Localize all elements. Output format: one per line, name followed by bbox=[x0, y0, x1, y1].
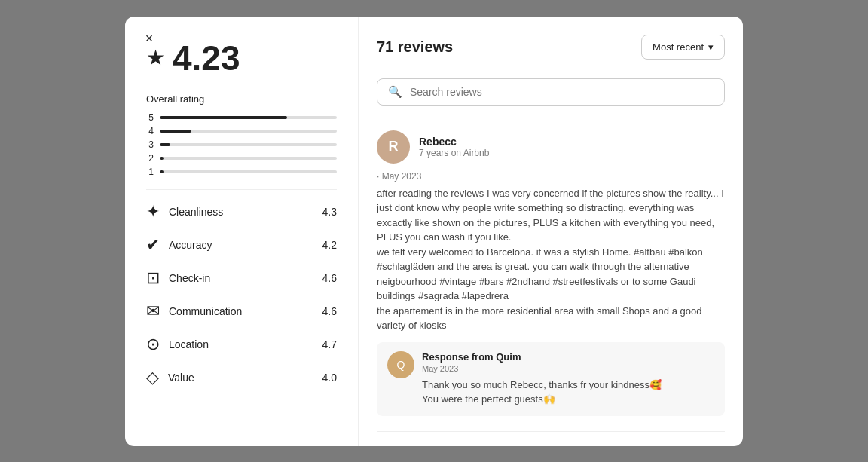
bar-track bbox=[160, 130, 337, 133]
review-text: after reading the reviews I was very con… bbox=[377, 186, 725, 333]
category-score: 4.6 bbox=[322, 305, 337, 317]
reviews-count: 71 reviews bbox=[377, 38, 453, 56]
category-icon: ⊙ bbox=[146, 335, 160, 354]
bar-fill bbox=[160, 116, 287, 119]
reviewer-info: Rebecc 7 years on Airbnb bbox=[419, 136, 489, 158]
category-value: ◇ Value 4.0 bbox=[146, 368, 337, 387]
category-score: 4.7 bbox=[322, 338, 337, 350]
review-item: R Rebecc 7 years on Airbnb · May 2023 af… bbox=[377, 115, 725, 432]
reviews-header: 71 reviews Most recent ▾ bbox=[359, 17, 743, 69]
reviewer-name: Rebecc bbox=[419, 136, 489, 148]
sort-button[interactable]: Most recent ▾ bbox=[641, 35, 725, 60]
search-wrapper: 🔍 bbox=[359, 69, 743, 115]
divider bbox=[146, 189, 337, 190]
review-date: · May 2023 bbox=[377, 171, 725, 182]
chevron-down-icon: ▾ bbox=[708, 41, 714, 53]
category-left: ⊡ Check-in bbox=[146, 268, 210, 288]
category-name: Check-in bbox=[169, 272, 210, 284]
category-icon: ◇ bbox=[146, 368, 159, 387]
category-score: 4.0 bbox=[322, 372, 337, 384]
category-icon: ✔ bbox=[146, 235, 160, 255]
category-communication: ✉ Communication 4.6 bbox=[146, 301, 337, 321]
bar-label: 4 bbox=[146, 126, 154, 136]
modal-overlay[interactable]: × ★ 4.23 Overall rating 5 4 3 bbox=[0, 0, 868, 462]
overall-rating: ★ 4.23 bbox=[146, 38, 337, 78]
search-icon: 🔍 bbox=[388, 85, 402, 99]
bar-fill bbox=[160, 130, 191, 133]
rating-bar-row: 5 bbox=[146, 112, 337, 123]
category-name: Location bbox=[169, 338, 209, 350]
bar-label: 5 bbox=[146, 112, 154, 123]
host-response: Q Response from Quim May 2023 Thank you … bbox=[377, 342, 725, 416]
bar-track bbox=[160, 170, 337, 173]
bar-track bbox=[160, 143, 337, 146]
host-avatar: Q bbox=[387, 351, 414, 378]
reviews-panel: 71 reviews Most recent ▾ 🔍 R bbox=[359, 17, 743, 446]
category-check-in: ⊡ Check-in 4.6 bbox=[146, 268, 337, 288]
category-cleanliness: ✦ Cleanliness 4.3 bbox=[146, 202, 337, 222]
category-left: ✔ Accuracy bbox=[146, 235, 212, 255]
response-date: May 2023 bbox=[422, 364, 714, 373]
category-score: 4.6 bbox=[322, 272, 337, 284]
category-left: ✦ Cleanliness bbox=[146, 202, 223, 222]
rating-bar-row: 4 bbox=[146, 126, 337, 136]
search-bar: 🔍 bbox=[377, 78, 725, 106]
close-button[interactable]: × bbox=[137, 27, 161, 51]
bar-label: 3 bbox=[146, 139, 154, 150]
category-name: Communication bbox=[169, 305, 242, 317]
rating-bar-row: 1 bbox=[146, 167, 337, 177]
reviews-list: R Rebecc 7 years on Airbnb · May 2023 af… bbox=[359, 115, 743, 446]
reviewer-avatar: R bbox=[377, 130, 410, 164]
rating-bar-row: 2 bbox=[146, 153, 337, 164]
category-location: ⊙ Location 4.7 bbox=[146, 335, 337, 354]
bar-fill bbox=[160, 157, 164, 160]
category-score: 4.3 bbox=[322, 206, 337, 218]
category-name: Accuracy bbox=[169, 239, 212, 251]
category-left: ✉ Communication bbox=[146, 301, 242, 321]
bar-label: 1 bbox=[146, 167, 154, 177]
reviewer-header: R Rebecc 7 years on Airbnb bbox=[377, 130, 725, 164]
response-from: Response from Quim bbox=[422, 351, 714, 363]
response-text: Thank you so much Rebecc, thanks fr your… bbox=[422, 378, 714, 407]
ratings-panel: ★ 4.23 Overall rating 5 4 3 2 1 bbox=[125, 17, 359, 446]
bar-fill bbox=[160, 143, 170, 146]
sort-label: Most recent bbox=[653, 41, 704, 53]
bar-track bbox=[160, 157, 337, 160]
search-input[interactable] bbox=[410, 86, 714, 98]
category-name: Value bbox=[168, 372, 194, 384]
bar-label: 2 bbox=[146, 153, 154, 164]
category-left: ◇ Value bbox=[146, 368, 194, 387]
bar-track bbox=[160, 116, 337, 119]
category-score: 4.2 bbox=[322, 239, 337, 251]
category-left: ⊙ Location bbox=[146, 335, 209, 354]
overall-label: Overall rating bbox=[146, 93, 337, 105]
category-icon: ✦ bbox=[146, 202, 160, 222]
category-icon: ✉ bbox=[146, 301, 160, 321]
reviewer-meta: 7 years on Airbnb bbox=[419, 148, 489, 158]
category-icon: ⊡ bbox=[146, 268, 160, 288]
rating-value: 4.23 bbox=[173, 38, 240, 78]
category-accuracy: ✔ Accuracy 4.2 bbox=[146, 235, 337, 255]
rating-bar-row: 3 bbox=[146, 139, 337, 150]
review-modal: × ★ 4.23 Overall rating 5 4 3 bbox=[125, 17, 743, 446]
review-item: Ri Ricardo Campeche, Mexico · April 2023… bbox=[377, 432, 725, 446]
bar-fill bbox=[160, 170, 164, 173]
category-name: Cleanliness bbox=[169, 206, 223, 218]
rating-bars: 5 4 3 2 1 bbox=[146, 112, 337, 177]
categories-list: ✦ Cleanliness 4.3 ✔ Accuracy 4.2 ⊡ Check… bbox=[146, 202, 337, 387]
response-content: Response from Quim May 2023 Thank you so… bbox=[422, 351, 714, 407]
